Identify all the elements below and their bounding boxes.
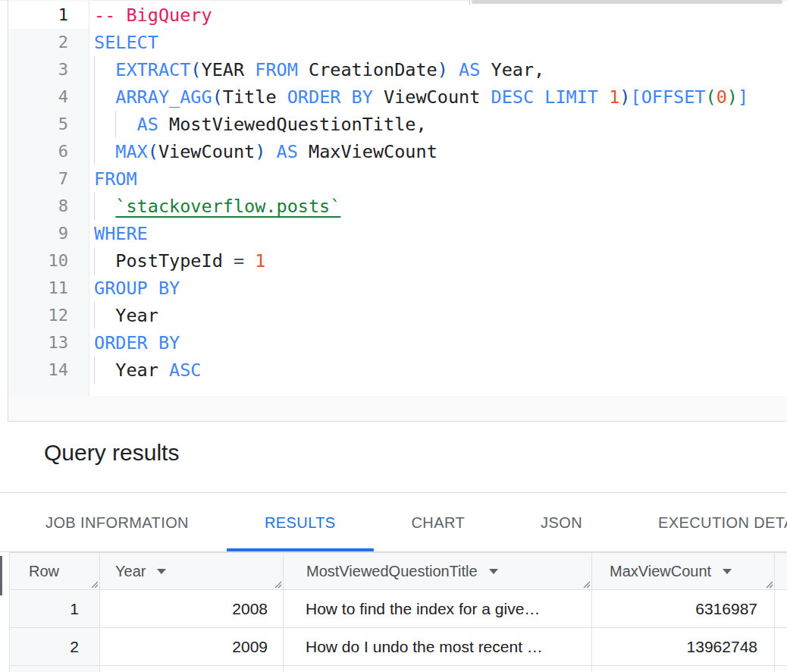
editor-gutter: 1234567891011121314 — [8, 0, 89, 396]
cell-year: 2009 — [100, 628, 284, 666]
code-line[interactable]: PostTypeId = 1 — [90, 247, 787, 275]
column-resize-handle-icon[interactable] — [763, 578, 773, 588]
column-label: MostViewedQuestionTitle — [306, 563, 478, 580]
indent-guide — [94, 56, 95, 83]
code-line[interactable]: Year — [90, 302, 787, 329]
code-token-paren2: ( — [706, 86, 716, 108]
code-token-keyword: OFFSET — [641, 86, 706, 108]
code-line[interactable]: MAX(ViewCount) AS MaxViewCount — [90, 138, 787, 165]
tab-results[interactable]: RESULTS — [227, 494, 374, 551]
code-token-keyword: ARRAY_AGG — [115, 86, 212, 108]
cell-max-view-count: 6316987 — [592, 590, 775, 628]
code-token-paren2: ) — [727, 86, 738, 108]
code-token-bracket: [ — [630, 86, 641, 108]
code-line[interactable]: AS MostViewedQuestionTitle, — [90, 111, 787, 138]
indent-guide — [115, 111, 116, 138]
tab-job-information[interactable]: JOB INFORMATION — [8, 494, 227, 551]
tab-execution-details[interactable]: EXECUTION DETAILS — [620, 494, 787, 551]
table-row-partial — [10, 666, 787, 672]
code-token-plain: Year — [94, 305, 158, 326]
code-token-plain: ViewCount — [158, 141, 255, 162]
code-line[interactable]: `stackoverflow.posts` — [90, 193, 787, 220]
cell-extra — [775, 628, 787, 666]
column-header-mostviewedquestiontitle[interactable]: MostViewedQuestionTitle — [284, 552, 592, 590]
code-token-bracket: ] — [738, 86, 748, 108]
code-token-keyword: EXTRACT — [115, 59, 190, 80]
indent-guide — [94, 356, 95, 384]
code-token-plain: Year, — [491, 59, 545, 80]
tab-label: CHART — [412, 514, 466, 532]
code-line[interactable]: EXTRACT(YEAR FROM CreationDate) AS Year, — [90, 56, 787, 83]
results-tabbar: JOB INFORMATION RESULTS CHART JSON EXECU… — [0, 494, 787, 552]
line-number: 10 — [8, 247, 89, 275]
cell-title — [284, 666, 592, 672]
column-header-extra — [775, 552, 787, 590]
cell-extra — [775, 590, 787, 628]
column-header-maxviewcount[interactable]: MaxViewCount — [592, 552, 775, 590]
line-number: 11 — [8, 275, 89, 302]
line-number: 5 — [8, 111, 89, 138]
column-resize-handle-icon[interactable] — [88, 578, 98, 588]
editor-lines: -- BigQuerySELECT EXTRACT(YEAR FROM Crea… — [90, 2, 787, 384]
code-token-number: 1 — [255, 250, 265, 272]
line-number: 1 — [8, 2, 89, 29]
code-token-plain: YEAR — [202, 59, 256, 80]
cell-max-view-count: 13962748 — [592, 628, 775, 666]
cell-year — [100, 666, 284, 672]
column-header-year[interactable]: Year — [100, 552, 284, 590]
code-token-paren1: ( — [212, 86, 223, 108]
cell-row-number: 2 — [10, 628, 100, 666]
code-token-keyword: FROM — [94, 168, 137, 190]
code-line[interactable]: GROUP BY — [90, 275, 787, 302]
cell-max-view-count — [592, 666, 775, 672]
column-label: Year — [115, 563, 146, 580]
column-menu-icon[interactable] — [723, 569, 732, 574]
code-token-number: 1 — [609, 86, 619, 108]
table-row: 1 2008 How to find the index for a give…… — [10, 590, 787, 628]
code-token-paren1: ) — [437, 59, 448, 80]
tab-json[interactable]: JSON — [503, 494, 620, 551]
code-token-number: 0 — [716, 86, 727, 108]
code-token-plain — [94, 86, 115, 108]
code-line[interactable]: Year ASC — [90, 356, 787, 384]
code-token-keyword: SELECT — [94, 32, 158, 53]
indent-guide — [94, 193, 95, 220]
page-title: Query results — [0, 422, 787, 466]
code-line[interactable]: ARRAY_AGG(Title ORDER BY ViewCount DESC … — [90, 83, 787, 111]
code-line[interactable]: ORDER BY — [90, 329, 787, 356]
code-token-keyword: ORDER BY — [287, 86, 373, 108]
column-header-row[interactable]: Row — [10, 552, 100, 590]
line-number: 14 — [8, 356, 89, 384]
code-token-paren1: ) — [619, 86, 630, 108]
column-menu-icon[interactable] — [489, 569, 498, 574]
line-number: 9 — [8, 220, 89, 247]
code-token-keyword: ORDER BY — [94, 332, 180, 353]
code-token-paren1: ( — [148, 141, 158, 162]
sql-editor[interactable]: 1234567891011121314 -- BigQuerySELECT EX… — [0, 0, 787, 396]
code-line[interactable]: FROM — [90, 165, 787, 193]
code-line[interactable]: -- BigQuery — [90, 2, 787, 29]
code-line[interactable]: WHERE — [90, 220, 787, 247]
table-reference-link[interactable]: `stackoverflow.posts` — [115, 196, 340, 217]
code-line[interactable]: SELECT — [90, 29, 787, 56]
code-token-comment: -- BigQuery — [94, 5, 212, 26]
tab-chart[interactable]: CHART — [374, 494, 503, 551]
line-number: 2 — [8, 29, 89, 56]
tab-label: EXECUTION DETAILS — [658, 514, 787, 532]
code-token-keyword: MAX — [115, 141, 147, 162]
table-header-row: Row Year MostViewedQuestionTitle MaxView… — [10, 552, 787, 590]
column-resize-handle-icon[interactable] — [271, 578, 281, 588]
column-menu-icon[interactable] — [157, 569, 166, 574]
column-label: MaxViewCount — [610, 563, 711, 580]
code-token-plain — [94, 141, 115, 162]
code-token-plain — [244, 250, 255, 272]
column-label: Row — [29, 563, 59, 580]
code-token-plain: MostViewedQuestionTitle, — [158, 114, 427, 135]
vertical-scrollbar-fragment[interactable] — [0, 556, 2, 595]
code-token-plain: ViewCount — [373, 86, 491, 108]
column-resize-handle-icon[interactable] — [580, 578, 590, 588]
editor-left-border — [8, 0, 8, 422]
editor-bottom-band — [8, 396, 787, 422]
code-token-plain: MaxViewCount — [309, 141, 437, 162]
line-number: 4 — [8, 83, 89, 111]
